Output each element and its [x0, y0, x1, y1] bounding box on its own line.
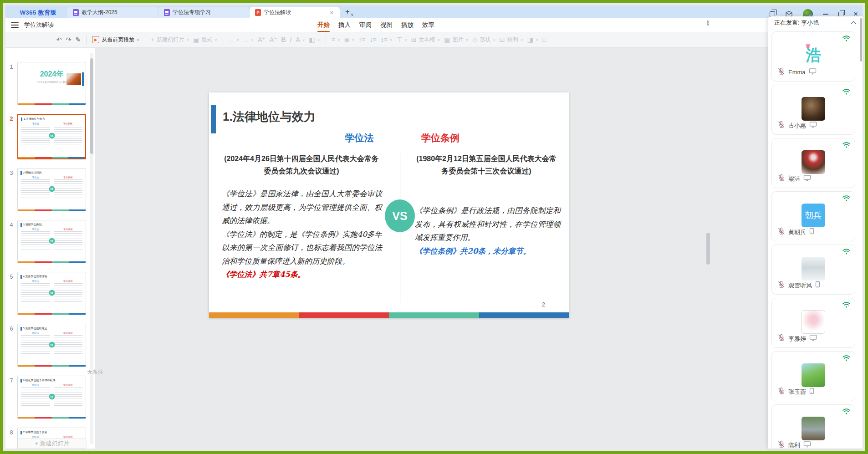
participant-name: 黄朝兵	[788, 228, 806, 236]
shape-button[interactable]: ◇形状∨	[472, 36, 495, 44]
document-tab[interactable]: P学位法解读×	[250, 7, 340, 18]
slide-thumbnail[interactable]: 1.法律地位与效力学位法学位条例VS	[17, 114, 86, 159]
menu-item-5[interactable]: 效率	[421, 19, 435, 31]
document-tab[interactable]: 教学大纲-2025	[67, 7, 158, 18]
font-size-select[interactable]: …∨	[243, 37, 254, 42]
monitor-device-icon	[803, 174, 811, 183]
left-highlight-text: 《学位法》共7章45条。	[222, 268, 382, 281]
column-header-right[interactable]: 学位条例	[399, 132, 481, 144]
thumb-title-text: 2.明确立法目的	[23, 171, 42, 175]
monitor-device-icon	[809, 334, 817, 343]
new-tab-button[interactable]: +	[345, 7, 350, 16]
ribbon-collapse-icon[interactable]: ∧∧	[706, 20, 710, 26]
bullet-list-icon[interactable]: ≣∨	[344, 36, 355, 43]
editing-canvas[interactable]: 1.法律地位与效力 学位法 学位条例 (2024年4月26日第十四届全国人民代表…	[95, 48, 863, 449]
participant-name: 陈利	[788, 441, 800, 449]
participant-card[interactable]: 古小惠	[771, 85, 855, 135]
tab-label: 学位法解读	[264, 9, 326, 16]
thumb-title-text: 7.保障学位授予质量	[23, 430, 47, 434]
crown-decoration: ♛	[805, 44, 811, 49]
restore-button[interactable]	[838, 12, 843, 17]
line-spacing-icon[interactable]: ↕≡∨	[381, 36, 393, 43]
layout-button[interactable]: ▣版式∨	[193, 36, 217, 44]
thumb-accent-bar	[82, 72, 84, 86]
fill-color-icon[interactable]: ◨∨	[527, 36, 538, 43]
participant-card[interactable]: 朝兵黄朝兵	[771, 191, 855, 241]
thumbnail-row: 65.完善学位授权规定学位法学位条例VS	[5, 324, 88, 367]
image-button[interactable]: ▦图片∨	[444, 36, 468, 44]
menu-item-home[interactable]: 开始	[317, 19, 331, 31]
rectangle-tool-icon[interactable]: □	[542, 36, 546, 43]
wifi-signal-icon	[842, 35, 851, 44]
minimize-button[interactable]	[823, 14, 828, 15]
textbox-button[interactable]: ⊞文本框∨	[411, 36, 440, 44]
font-increase-icon[interactable]: A⁺	[258, 36, 266, 43]
participant-list: ♛浩Emma古小惠梁洁朝兵黄朝兵观雪听风李雅婷张玉蓉陈利	[768, 30, 859, 449]
font-family-select[interactable]: …∨	[229, 37, 239, 42]
close-tab-icon[interactable]: ×	[329, 9, 334, 16]
menu-item-2[interactable]: 审阅	[358, 19, 373, 31]
spacing-decrease-icon[interactable]: ↓≡	[370, 36, 377, 43]
font-decrease-icon[interactable]: A⁻	[270, 36, 277, 43]
document-title: 学位法解读	[24, 21, 54, 29]
mic-muted-icon	[777, 67, 785, 77]
participant-card[interactable]: 陈利	[771, 404, 855, 449]
italic-icon[interactable]: I	[290, 36, 292, 43]
bold-icon[interactable]: B	[281, 36, 286, 43]
participant-card[interactable]: 梁洁	[771, 138, 855, 188]
right-body-text[interactable]: 《学位条例》是行政法规，由国务院制定和发布，具有权威性和针对性，在学位管理领域发…	[415, 204, 561, 258]
new-slide-button[interactable]: +新建幻灯片∨	[151, 36, 189, 44]
slide-thumbnail[interactable]: 2024年《中华人民共和国学位法》解读	[17, 62, 86, 105]
slide-number: 4	[5, 220, 17, 263]
title-accent-bar	[211, 105, 216, 133]
slide-title[interactable]: 1.法律地位与效力	[223, 109, 316, 125]
new-tab-chevron-icon[interactable]: ∨	[351, 12, 354, 17]
slide-number: 5	[5, 272, 17, 315]
thumbnail-row: 32.明确立法目的学位法学位条例VS	[5, 168, 88, 211]
hamburger-menu-icon[interactable]	[11, 22, 19, 28]
canvas-scrollbar[interactable]	[706, 233, 710, 265]
wps-logo[interactable]: W365 教育版	[9, 7, 67, 18]
left-body-text[interactable]: 《学位法》是国家法律，由全国人大常委会审议通过，效力层级更高，为学位管理提供全面…	[222, 187, 382, 281]
participant-card[interactable]: ♛浩Emma	[771, 31, 855, 82]
thumbnail-scrollbar[interactable]	[90, 53, 93, 444]
spacing-increase-icon[interactable]: ↑≡	[358, 36, 365, 43]
align-icon[interactable]: ≡∨	[332, 36, 340, 43]
menu-item-1[interactable]: 插入	[337, 19, 352, 31]
slide[interactable]: 1.法律地位与效力 学位法 学位条例 (2024年4月26日第十四届全国人民代表…	[209, 92, 569, 318]
slide-footer-bar	[209, 312, 569, 318]
document-file-icon	[73, 9, 79, 16]
undo-icon[interactable]: ↶	[56, 36, 62, 43]
slide-thumbnail[interactable]: 5.完善学位授权规定学位法学位条例VS	[17, 324, 86, 367]
redo-icon[interactable]: ↷	[66, 36, 71, 43]
highlight-icon[interactable]: ◧∨	[309, 36, 320, 43]
font-color-icon[interactable]: A∨	[296, 36, 305, 43]
meeting-scrollbar[interactable]	[860, 18, 862, 61]
participant-card[interactable]: 张玉蓉	[771, 351, 855, 401]
play-icon: ▶	[92, 36, 99, 43]
slide-thumbnail[interactable]: 4.完善学位管理体制学位法学位条例VS	[17, 272, 86, 315]
mic-muted-icon	[777, 227, 785, 237]
notes-placeholder[interactable]: 无备注	[87, 368, 103, 376]
document-tab[interactable]: 学位法专项学习	[158, 7, 249, 18]
arrange-button[interactable]: ⊡排列∨	[500, 36, 523, 44]
tab-label: 教学大纲-2025	[82, 9, 152, 16]
right-highlight-text: 《学位条例》共20条，未分章节。	[415, 245, 561, 258]
participant-card[interactable]: 观雪听风	[771, 245, 855, 295]
slide-thumbnail[interactable]: 6.细化学位授予条件和程序学位法学位条例VS	[17, 376, 86, 419]
left-intro-text[interactable]: (2024年4月26日第十四届全国人民代表大会常务委员会第九次会议通过)	[222, 153, 381, 177]
mic-muted-icon	[777, 334, 785, 343]
align-top-icon[interactable]: ⊤∨	[397, 36, 407, 43]
new-slide-bottom-button[interactable]: + 新建幻灯片	[18, 438, 87, 449]
slide-thumbnail[interactable]: 3.增设学位类别学位法学位条例VS	[17, 220, 86, 263]
participant-card[interactable]: 李雅婷	[771, 298, 855, 348]
play-from-current-button[interactable]: ▶ 从当前页播放 ∨	[92, 36, 139, 44]
slide-thumbnail[interactable]: 2.明确立法目的学位法学位条例VS	[17, 168, 86, 211]
menu-item-4[interactable]: 播放	[400, 19, 414, 31]
format-painter-icon[interactable]: ✎	[75, 36, 81, 43]
menu-item-3[interactable]: 视图	[379, 19, 393, 31]
document-file-icon	[164, 9, 170, 16]
right-intro-text[interactable]: (1980年2月12日第五届全国人民代表大会常务委员会第十三次会议通过)	[413, 153, 560, 177]
column-header-left[interactable]: 学位法	[318, 132, 400, 144]
monitor-device-icon	[809, 68, 817, 77]
